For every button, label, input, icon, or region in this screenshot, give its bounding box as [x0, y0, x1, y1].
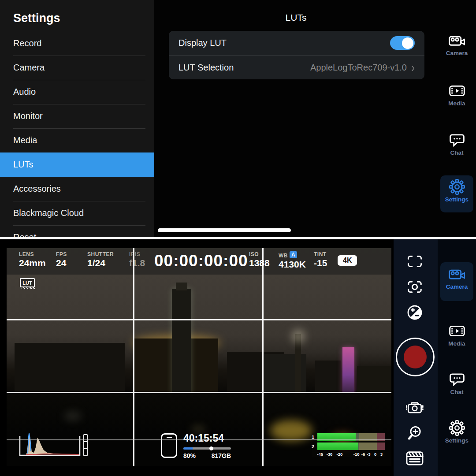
iso-value: 1388 [249, 258, 270, 268]
sidebar-item-reset[interactable]: Reset [0, 225, 154, 237]
tab-chat-label: Chat [450, 389, 464, 395]
meter-scale: -45 -30 -20 -10 -6 -3 0 3 [317, 452, 385, 457]
channel-2-meter [317, 443, 385, 450]
gear-icon [448, 180, 466, 194]
luts-card: Display LUT LUT Selection AppleLogToRec7… [169, 31, 424, 79]
scale--45: -45 [317, 452, 323, 457]
iris-readout[interactable]: IRIS f1.8 [129, 251, 145, 268]
display-lut-toggle[interactable] [390, 36, 415, 50]
storage-bar[interactable] [183, 447, 231, 450]
settings-sidebar: Settings Record Camera Audio Monitor Med… [0, 0, 154, 237]
lut-selection-row[interactable]: LUT Selection AppleLogToRec709-v1.0 › [169, 55, 424, 79]
channel-2-level [317, 443, 358, 450]
settings-screen: Settings Record Camera Audio Monitor Med… [0, 0, 476, 237]
iso-readout[interactable]: ISO 1388 [249, 251, 270, 268]
record-button[interactable] [396, 338, 435, 376]
tab-media-top[interactable]: Media [438, 84, 476, 107]
scale-3: 3 [380, 452, 383, 457]
storage-bar-knob [209, 446, 213, 450]
scale--3: -3 [367, 452, 370, 457]
audio-meters[interactable]: 1 2 -45 -30 -20 -10 -6 -3 0 3 [312, 433, 385, 457]
tab-camera-label: Camera [446, 50, 468, 56]
tab-camera-top[interactable]: Camera [438, 33, 476, 56]
lut-selection-label: LUT Selection [178, 63, 234, 73]
sidebar-item-media[interactable]: Media [0, 128, 154, 152]
fps-value: 24 [56, 258, 67, 268]
horizon-line [7, 439, 391, 440]
storage-capacity: 817GB [212, 452, 231, 459]
sidebar-item-camera[interactable]: Camera [0, 56, 154, 80]
tab-media-label: Media [448, 100, 465, 107]
record-dot [404, 346, 427, 368]
sidebar-item-accessories[interactable]: Accessories [0, 177, 154, 201]
lut-applied-badge: LUT [20, 278, 35, 287]
scale--30: -30 [327, 452, 333, 457]
blackmagic-camera-app: Settings Record Camera Audio Monitor Med… [0, 0, 476, 476]
viewfinder[interactable]: LENS 24mm FPS 24 SHUTTER 1/24 IRIS f1.8 … [7, 248, 391, 466]
shutter-value: 1/24 [87, 258, 114, 268]
tab-settings-label: Settings [445, 196, 469, 203]
grid-line-horizontal-2 [7, 392, 391, 393]
resolution-badge[interactable]: 4K [338, 255, 357, 266]
tab-media-bottom[interactable]: Media [438, 324, 476, 347]
shutter-readout[interactable]: SHUTTER 1/24 [87, 251, 114, 268]
phone-battery-icon [161, 433, 177, 458]
sidebar-item-blackmagic-cloud[interactable]: Blackmagic Cloud [0, 201, 154, 225]
histogram-slider[interactable] [83, 434, 88, 456]
lens-readout[interactable]: LENS 24mm [19, 251, 46, 268]
focus-button[interactable] [402, 276, 427, 298]
media-icon [448, 324, 466, 338]
grid-line-horizontal-1 [7, 319, 391, 320]
histogram[interactable] [18, 432, 82, 458]
lut-selection-value: AppleLogToRec709-v1.0 [310, 63, 407, 73]
slate-button[interactable] [402, 447, 427, 469]
timecode[interactable]: 00:00:00:00 [154, 252, 248, 270]
home-indicator[interactable] [158, 228, 291, 232]
grid-line-vertical-1 [133, 248, 134, 466]
iris-value: f1.8 [129, 258, 145, 268]
fps-label: FPS [56, 251, 67, 257]
grid-line-vertical-2 [262, 248, 264, 466]
tint-value: -15 [314, 258, 327, 268]
camera-capture-button[interactable] [402, 397, 427, 419]
lens-label: LENS [19, 251, 46, 257]
tab-chat-bottom[interactable]: Chat [438, 372, 476, 395]
storage-overlay: 40:15:54 80% 817GB [161, 432, 231, 459]
wb-readout[interactable]: WBA 4130K [279, 251, 306, 270]
luts-panel: LUTs Display LUT LUT Selection AppleLogT… [154, 0, 438, 237]
tab-chat-top[interactable]: Chat [438, 133, 476, 156]
cine-camera-icon [448, 33, 466, 48]
tint-readout[interactable]: TINT -15 [314, 251, 327, 268]
media-icon [448, 84, 466, 98]
tab-camera-label: Camera [446, 283, 468, 290]
tab-media-label: Media [448, 340, 465, 347]
sidebar-item-monitor[interactable]: Monitor [0, 104, 154, 128]
tint-label: TINT [314, 251, 327, 257]
tab-settings-bottom[interactable]: Settings [438, 421, 476, 444]
tab-settings-top[interactable]: Settings [438, 180, 476, 203]
display-lut-label: Display LUT [178, 38, 227, 48]
fps-readout[interactable]: FPS 24 [56, 251, 67, 268]
lens-value: 24mm [19, 258, 46, 268]
tab-camera-bottom[interactable]: Camera [438, 267, 476, 290]
wb-label: WB [279, 253, 288, 259]
channel-1-label: 1 [312, 435, 317, 440]
sidebar-item-record[interactable]: Record [0, 31, 154, 56]
luts-panel-title: LUTs [154, 12, 438, 23]
shutter-label: SHUTTER [87, 251, 114, 257]
tab-chat-label: Chat [450, 149, 464, 156]
toggle-knob [402, 37, 413, 49]
fullscreen-button[interactable] [402, 250, 427, 272]
scale--20: -20 [337, 452, 343, 457]
exposure-button[interactable] [402, 301, 427, 324]
channel-2-label: 2 [312, 444, 317, 449]
chevron-right-icon: › [411, 61, 415, 74]
status-bar: LENS 24mm FPS 24 SHUTTER 1/24 IRIS f1.8 … [7, 248, 391, 275]
zoom-button[interactable] [402, 422, 427, 444]
sidebar-item-luts[interactable]: LUTs [0, 152, 154, 177]
sidebar-item-audio[interactable]: Audio [0, 80, 154, 104]
chat-icon [448, 372, 466, 387]
chat-icon [448, 133, 466, 147]
settings-title: Settings [0, 0, 154, 31]
tab-settings-label: Settings [445, 437, 469, 444]
